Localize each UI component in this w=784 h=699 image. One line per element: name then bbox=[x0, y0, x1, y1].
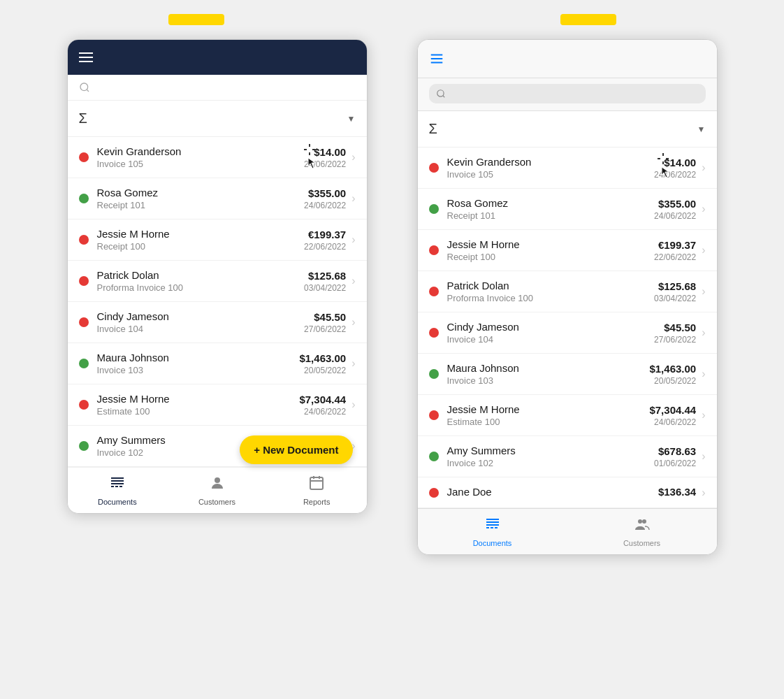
new-document-fab[interactable]: + New Document bbox=[240, 435, 352, 464]
ios-bottom-nav: Documents Customers bbox=[418, 508, 717, 554]
ios-doc-date: 27/06/2022 bbox=[654, 335, 696, 345]
android-doc-item[interactable]: Jessie M Horne Receipt 100 €199.37 22/06… bbox=[68, 219, 367, 261]
ios-status-dot bbox=[429, 245, 439, 255]
ios-chevron-down-icon: ▼ bbox=[697, 124, 706, 134]
nav-label: Reports bbox=[303, 498, 331, 506]
ios-doc-item[interactable]: Maura Johnson Invoice 103 $1,463.00 20/0… bbox=[418, 354, 717, 395]
chevron-right-icon: › bbox=[351, 151, 355, 164]
doc-amount-date: €199.37 22/06/2022 bbox=[304, 229, 346, 252]
doc-amount: $355.00 bbox=[304, 187, 346, 199]
ios-doc-info: Kevin Granderson Invoice 105 bbox=[447, 156, 655, 180]
doc-date: 24/06/2022 bbox=[304, 201, 346, 210]
doc-date: 03/04/2022 bbox=[304, 283, 346, 293]
ios-nav-label: Customers bbox=[623, 539, 660, 547]
ios-doc-sub: Invoice 104 bbox=[447, 334, 655, 345]
status-dot bbox=[79, 276, 89, 286]
ios-status-dot bbox=[429, 488, 439, 498]
ios-nav-documents[interactable]: Documents bbox=[418, 509, 567, 554]
ios-doc-date: 24/06/2022 bbox=[649, 417, 696, 427]
android-doc-item[interactable]: Patrick Dolan Proforma Invoice 100 $125.… bbox=[68, 261, 367, 302]
ios-chevron-right-icon: › bbox=[702, 244, 705, 257]
chevron-right-icon: › bbox=[351, 192, 355, 205]
svg-rect-31 bbox=[486, 527, 489, 528]
svg-line-1 bbox=[87, 89, 89, 92]
svg-rect-12 bbox=[119, 486, 122, 487]
ios-search-icon bbox=[436, 89, 446, 99]
android-doc-item[interactable]: Kevin Granderson Invoice 105 $14.00 24/0… bbox=[68, 137, 367, 178]
status-dot bbox=[79, 317, 89, 327]
doc-amount: $14.00 bbox=[304, 146, 346, 158]
svg-rect-14 bbox=[310, 477, 323, 489]
ios-doc-name: Patrick Dolan bbox=[447, 280, 655, 291]
ios-chevron-right-icon: › bbox=[702, 161, 705, 174]
doc-name: Jessie M Horne bbox=[97, 228, 305, 240]
android-search-inner[interactable] bbox=[79, 82, 356, 93]
ios-badge bbox=[560, 14, 616, 25]
android-nav-reports[interactable]: Reports bbox=[267, 468, 367, 513]
hamburger-icon[interactable] bbox=[79, 52, 93, 62]
svg-rect-32 bbox=[491, 527, 493, 528]
android-doc-item[interactable]: Cindy Jameson Invoice 104 $45.50 27/06/2… bbox=[68, 302, 367, 343]
doc-amount-date: $45.50 27/06/2022 bbox=[304, 311, 346, 334]
ios-doc-amount-date: $7,304.44 24/06/2022 bbox=[649, 404, 696, 427]
ios-total-row[interactable]: Σ ▼ bbox=[418, 111, 717, 147]
ios-doc-name: Jessie M Horne bbox=[447, 238, 655, 250]
doc-sub: Invoice 103 bbox=[97, 365, 300, 375]
nav-icon bbox=[109, 475, 126, 496]
ios-doc-amount: €199.37 bbox=[654, 239, 696, 251]
ios-doc-name: Jessie M Horne bbox=[447, 403, 650, 415]
ios-doc-item[interactable]: Jane Doe $136.34 › bbox=[418, 477, 717, 508]
doc-sub: Receipt 100 bbox=[97, 241, 305, 252]
doc-info: Kevin Granderson Invoice 105 bbox=[97, 145, 305, 169]
android-doc-list: Kevin Granderson Invoice 105 $14.00 24/0… bbox=[68, 137, 367, 467]
ios-doc-item[interactable]: Amy Summers Invoice 102 $678.63 01/06/20… bbox=[418, 436, 717, 477]
ios-doc-item[interactable]: Patrick Dolan Proforma Invoice 100 $125.… bbox=[418, 271, 717, 312]
android-badge bbox=[168, 14, 224, 25]
ios-doc-sub: Receipt 100 bbox=[447, 252, 655, 262]
ios-status-dot bbox=[429, 204, 439, 214]
ios-chevron-right-icon: › bbox=[702, 285, 705, 298]
doc-amount: $125.68 bbox=[304, 270, 346, 282]
ios-doc-item[interactable]: Kevin Granderson Invoice 105 $14.00 24/0… bbox=[418, 147, 717, 189]
doc-info: Maura Johnson Invoice 103 bbox=[97, 352, 300, 375]
doc-name: Patrick Dolan bbox=[97, 269, 305, 281]
ios-doc-list: Kevin Granderson Invoice 105 $14.00 24/0… bbox=[418, 147, 717, 508]
android-nav-customers[interactable]: Customers bbox=[167, 468, 267, 513]
doc-name: Jessie M Horne bbox=[97, 393, 300, 405]
search-icon bbox=[79, 82, 90, 93]
ios-nav-customers[interactable]: Customers bbox=[567, 509, 717, 554]
doc-amount-date: $1,463.00 20/05/2022 bbox=[299, 352, 346, 375]
chevron-right-icon: › bbox=[351, 398, 355, 411]
ios-doc-item[interactable]: Rosa Gomez Receipt 101 $355.00 24/06/202… bbox=[418, 189, 717, 230]
ios-search-bar bbox=[418, 78, 717, 111]
chevron-right-icon: › bbox=[351, 357, 355, 370]
android-doc-item[interactable]: Maura Johnson Invoice 103 $1,463.00 20/0… bbox=[68, 343, 367, 384]
svg-point-13 bbox=[215, 477, 220, 483]
nav-icon bbox=[308, 475, 325, 496]
ios-header bbox=[418, 40, 717, 78]
ios-doc-info: Jessie M Horne Receipt 100 bbox=[447, 238, 655, 262]
android-phone: Σ ▼ Kevin Granderson Invoice 105 $14.00 … bbox=[67, 39, 368, 514]
ios-doc-item[interactable]: Jessie M Horne Estimate 100 $7,304.44 24… bbox=[418, 395, 717, 436]
chevron-down-icon: ▼ bbox=[347, 114, 356, 124]
doc-date: 20/05/2022 bbox=[299, 366, 346, 375]
android-doc-item[interactable]: Rosa Gomez Receipt 101 $355.00 24/06/202… bbox=[68, 178, 367, 219]
nav-label: Documents bbox=[98, 498, 137, 506]
ios-hamburger-icon[interactable] bbox=[429, 51, 444, 66]
doc-amount: $1,463.00 bbox=[299, 352, 346, 364]
ios-search-inner[interactable] bbox=[429, 84, 706, 103]
ios-doc-amount-date: $136.34 bbox=[658, 486, 696, 499]
android-doc-item[interactable]: Jessie M Horne Estimate 100 $7,304.44 24… bbox=[68, 384, 367, 426]
doc-sub: Estimate 100 bbox=[97, 406, 300, 417]
android-nav-documents[interactable]: Documents bbox=[68, 468, 168, 513]
status-dot bbox=[79, 235, 89, 245]
ios-doc-item[interactable]: Cindy Jameson Invoice 104 $45.50 27/06/2… bbox=[418, 312, 717, 354]
svg-rect-33 bbox=[495, 527, 498, 528]
ios-doc-name: Cindy Jameson bbox=[447, 321, 655, 333]
ios-doc-name: Maura Johnson bbox=[447, 362, 650, 374]
ios-doc-item[interactable]: Jessie M Horne Receipt 100 €199.37 22/06… bbox=[418, 230, 717, 271]
ios-doc-amount-date: $14.00 24/06/2022 bbox=[654, 157, 696, 180]
svg-rect-30 bbox=[486, 524, 499, 526]
ios-doc-amount: $678.63 bbox=[654, 445, 696, 457]
android-total-row[interactable]: Σ ▼ bbox=[68, 101, 367, 137]
